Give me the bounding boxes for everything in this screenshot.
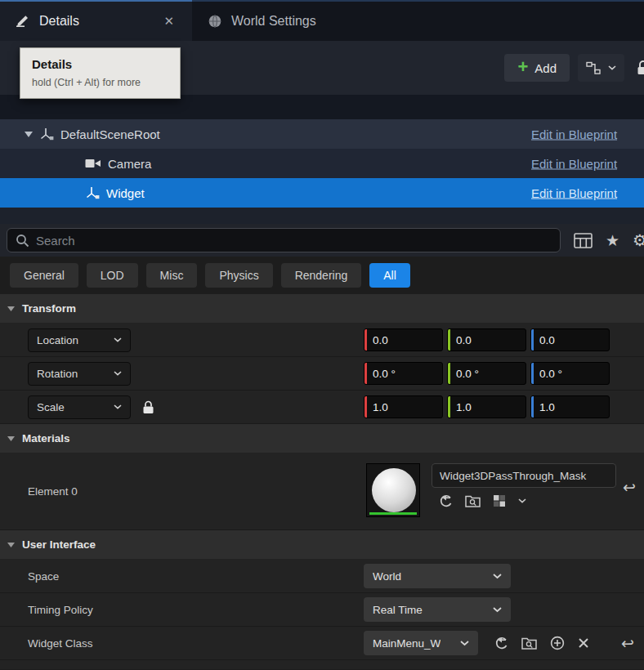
section-title: Transform [22, 302, 76, 315]
reset-to-default-icon[interactable]: ↩ [621, 636, 634, 651]
scale-y-field[interactable] [447, 395, 526, 418]
rotation-x-input[interactable] [367, 368, 442, 380]
clear-asset-icon[interactable] [578, 637, 589, 649]
scale-z-field[interactable] [530, 395, 610, 418]
location-z-field[interactable] [530, 328, 610, 351]
location-y-input[interactable] [450, 334, 525, 346]
location-x-field[interactable] [364, 328, 443, 351]
location-y-field[interactable] [447, 328, 526, 351]
tooltip-title: Details [32, 57, 168, 71]
rotation-y-input[interactable] [450, 368, 525, 380]
tab-details-label: Details [39, 14, 79, 29]
tab-world-settings[interactable]: World Settings [192, 2, 331, 41]
timing-policy-dropdown[interactable]: Real Time [364, 597, 511, 622]
location-label: Location [37, 334, 78, 346]
material-type-underline [369, 512, 417, 515]
rotation-x-field[interactable] [364, 362, 443, 385]
edit-in-blueprint-link[interactable]: Edit in Blueprint [531, 127, 617, 141]
transform-scale-row: Scale [0, 391, 644, 424]
details-panel: Details ✕ World Settings + Add [0, 0, 644, 670]
space-dropdown[interactable]: World [364, 564, 511, 588]
expand-caret-icon[interactable] [25, 132, 33, 137]
bottom-filler [0, 660, 644, 669]
chevron-down-icon [114, 371, 122, 376]
scale-label: Scale [37, 401, 65, 413]
close-tab-icon[interactable]: ✕ [160, 12, 177, 30]
rotation-z-field[interactable] [530, 362, 610, 385]
location-z-input[interactable] [534, 334, 609, 346]
chevron-down-icon[interactable] [518, 498, 526, 503]
section-caret-icon [7, 306, 15, 311]
camera-icon [85, 158, 101, 169]
edit-in-blueprint-link[interactable]: Edit in Blueprint [531, 157, 617, 171]
rotation-y-field[interactable] [447, 362, 526, 385]
location-dropdown[interactable]: Location [28, 328, 131, 352]
blueprint-graph-icon [586, 61, 601, 75]
tree-row-widget[interactable]: Widget Edit in Blueprint [0, 178, 644, 208]
rotation-label: Rotation [37, 368, 78, 380]
blueprint-edit-dropdown-button[interactable] [578, 54, 624, 82]
add-component-button[interactable]: + Add [504, 54, 570, 82]
section-transform[interactable]: Transform [0, 294, 644, 324]
location-x-input[interactable] [367, 334, 442, 346]
tab-world-settings-label: World Settings [231, 14, 316, 29]
transform-location-row: Location [0, 324, 644, 357]
filter-general[interactable]: General [10, 263, 78, 288]
section-materials[interactable]: Materials [0, 424, 644, 453]
scale-x-field[interactable] [364, 395, 443, 418]
tab-details[interactable]: Details ✕ [0, 0, 192, 41]
timing-policy-label: Timing Policy [28, 604, 93, 616]
filter-misc[interactable]: Misc [146, 263, 198, 288]
use-selected-asset-icon[interactable] [494, 636, 508, 650]
filter-lod[interactable]: LOD [87, 263, 138, 288]
scale-z-input[interactable] [534, 401, 609, 413]
filter-physics[interactable]: Physics [205, 263, 272, 288]
timing-policy-row: Timing Policy Real Time [0, 593, 644, 627]
tree-row-defaultsceneroot[interactable]: DefaultSceneRoot Edit in Blueprint [0, 119, 644, 149]
settings-gear-icon[interactable]: ⚙ [633, 232, 637, 248]
material-asset-dropdown[interactable]: Widget3DPassThrough_Mask [432, 463, 616, 488]
search-input[interactable] [36, 234, 552, 248]
material-picker-icon[interactable] [493, 494, 506, 507]
rotation-z-input[interactable] [534, 368, 609, 380]
lock-icon[interactable] [633, 54, 644, 82]
material-thumbnail[interactable] [366, 463, 420, 517]
section-title: User Interface [22, 538, 96, 551]
section-title: Materials [22, 432, 70, 444]
scene-component-icon [39, 127, 54, 141]
search-box[interactable] [7, 228, 561, 252]
search-icon [16, 234, 29, 248]
widget-class-dropdown[interactable]: MainMenu_W [364, 631, 478, 655]
create-new-asset-icon[interactable] [550, 636, 565, 650]
material-asset-name: Widget3DPassThrough_Mask [440, 470, 586, 482]
favorites-star-icon[interactable]: ★ [606, 233, 619, 248]
tree-gap [0, 208, 644, 224]
space-label: Space [28, 570, 59, 583]
widget-class-label: Widget Class [28, 637, 93, 650]
rotation-dropdown[interactable]: Rotation [28, 362, 131, 386]
tree-row-camera[interactable]: Camera Edit in Blueprint [0, 149, 644, 178]
tree-item-label: Camera [108, 157, 151, 171]
scale-x-input[interactable] [367, 401, 442, 413]
section-user-interface[interactable]: User Interface [0, 530, 644, 560]
display-options-icon[interactable] [574, 233, 593, 248]
filter-rendering[interactable]: Rendering [281, 263, 362, 288]
filter-all[interactable]: All [369, 263, 410, 288]
chevron-down-icon [114, 404, 122, 409]
edit-in-blueprint-link[interactable]: Edit in Blueprint [531, 186, 617, 200]
browse-to-asset-icon[interactable] [521, 636, 537, 650]
plus-icon: + [517, 58, 528, 76]
chevron-down-icon [114, 337, 122, 342]
scene-component-icon [85, 186, 100, 199]
tooltip: Details hold (Ctrl + Alt) for more [20, 47, 181, 99]
search-row: ★ ⚙ [0, 224, 644, 257]
scale-y-input[interactable] [450, 401, 525, 413]
tree-item-label: DefaultSceneRoot [60, 127, 160, 141]
space-row: Space World [0, 560, 644, 593]
browse-to-asset-icon[interactable] [465, 494, 481, 507]
scale-dropdown[interactable]: Scale [28, 395, 131, 419]
scale-lock-icon[interactable] [142, 400, 154, 414]
use-selected-asset-icon[interactable] [438, 494, 453, 507]
tab-bar: Details ✕ World Settings [0, 0, 644, 41]
reset-to-default-icon[interactable]: ↩ [623, 480, 636, 495]
